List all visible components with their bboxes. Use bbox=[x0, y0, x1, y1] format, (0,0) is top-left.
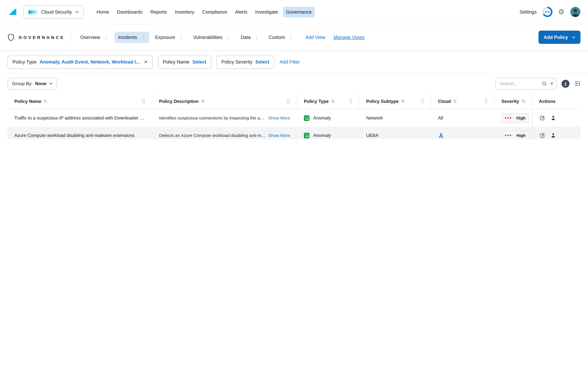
column-drag-handle[interactable] bbox=[421, 99, 424, 104]
show-more-link[interactable]: Show More bbox=[268, 133, 290, 138]
column-header-cloud[interactable]: Cloud bbox=[431, 93, 495, 109]
nav-item-alerts[interactable]: Alerts bbox=[232, 7, 250, 17]
product-switcher-label: Cloud Security bbox=[41, 9, 72, 15]
settings-link[interactable]: Settings bbox=[519, 9, 536, 15]
severity-dots bbox=[505, 117, 514, 119]
azure-logo-icon bbox=[438, 132, 444, 138]
person-icon[interactable] bbox=[550, 115, 556, 121]
group-by-label: Group By: bbox=[12, 81, 33, 86]
column-label: Policy Description bbox=[159, 98, 199, 104]
nav-item-reports[interactable]: Reports bbox=[147, 7, 170, 17]
usage-progress-ring[interactable]: 67% bbox=[542, 7, 552, 17]
filter-chip-policy-name[interactable]: Policy Name Select bbox=[158, 55, 211, 69]
severity-label: High bbox=[516, 133, 526, 138]
edit-icon[interactable] bbox=[539, 115, 545, 121]
tab-label: Vulnerabilities bbox=[193, 35, 222, 40]
user-avatar[interactable] bbox=[570, 7, 580, 17]
sort-icon[interactable] bbox=[453, 99, 457, 103]
product-switcher[interactable]: Cloud Security bbox=[23, 5, 84, 19]
app-logo-icon bbox=[8, 7, 18, 17]
nav-item-compliance[interactable]: Compliance bbox=[199, 7, 230, 17]
kebab-menu-icon[interactable]: ⋮ bbox=[254, 35, 259, 39]
toolbar-right: ✕ bbox=[496, 78, 580, 89]
kebab-menu-icon[interactable]: ⋮ bbox=[226, 35, 231, 39]
severity-badge: High bbox=[501, 131, 529, 139]
table-body: Traffic to a suspicious IP address assoc… bbox=[8, 109, 580, 139]
group-by-select[interactable]: Group By: None bbox=[8, 78, 57, 89]
search-icon[interactable] bbox=[542, 81, 547, 86]
tab-incidents[interactable]: Incidents⋮ bbox=[114, 32, 149, 43]
kebab-menu-icon[interactable]: ⋮ bbox=[141, 35, 145, 39]
severity-dots bbox=[505, 135, 514, 136]
policy-subtype: Network bbox=[366, 115, 383, 121]
governance-tabs: Overview⋮ Incidents⋮ Exposure⋮ Vulnerabi… bbox=[77, 32, 297, 43]
tab-data[interactable]: Data⋮ bbox=[237, 32, 263, 43]
column-header-policy-name[interactable]: Policy Name bbox=[8, 93, 152, 109]
nav-item-home[interactable]: Home bbox=[94, 7, 112, 17]
filter-chip-policy-severity[interactable]: Policy Severity Select bbox=[216, 55, 274, 69]
governance-header: GOVERNANCE Overview⋮ Incidents⋮ Exposure… bbox=[0, 24, 588, 51]
tab-label: Incidents bbox=[118, 35, 137, 40]
sort-icon[interactable] bbox=[44, 99, 47, 103]
governance-title: GOVERNANCE bbox=[8, 34, 65, 41]
search-icons: ✕ bbox=[542, 78, 553, 89]
severity-label: High bbox=[516, 116, 526, 120]
column-settings-icon[interactable] bbox=[574, 81, 580, 86]
tab-exposure[interactable]: Exposure⋮ bbox=[151, 32, 187, 43]
policy-type: Anomaly bbox=[313, 133, 331, 138]
table-row: Azure Compute workload disabling anti-ma… bbox=[8, 127, 580, 139]
column-label: Cloud bbox=[438, 98, 451, 104]
add-filter-link[interactable]: Add Filter bbox=[280, 59, 300, 65]
column-header-policy-type[interactable]: Policy Type bbox=[297, 93, 359, 109]
remove-filter-icon[interactable]: ✕ bbox=[144, 59, 148, 65]
edit-icon[interactable] bbox=[539, 132, 545, 138]
chevron-down-icon bbox=[49, 83, 53, 85]
nav-item-dashboards[interactable]: Dashboards bbox=[114, 7, 145, 17]
download-icon[interactable] bbox=[561, 80, 570, 87]
column-header-severity[interactable]: Severity bbox=[495, 93, 532, 109]
policy-name-link[interactable]: Traffic to a suspicious IP address assoc… bbox=[14, 115, 145, 121]
divider bbox=[71, 32, 71, 42]
policy-description: Detects an Azure Compute workload disabl… bbox=[159, 133, 266, 138]
sort-icon[interactable] bbox=[331, 99, 335, 103]
filter-value: Anomaly, Audit Event, Network, Workload … bbox=[40, 59, 140, 65]
person-icon[interactable] bbox=[550, 132, 556, 138]
show-more-link[interactable]: Show More bbox=[268, 116, 290, 120]
sort-icon[interactable] bbox=[521, 99, 525, 103]
add-policy-button[interactable]: Add Policy bbox=[539, 31, 580, 44]
kebab-menu-icon[interactable]: ⋮ bbox=[289, 35, 294, 39]
manage-views-link[interactable]: Manage Views bbox=[334, 35, 365, 40]
tab-label: Overview bbox=[80, 35, 100, 40]
sort-icon[interactable] bbox=[401, 99, 405, 103]
column-drag-handle[interactable] bbox=[142, 99, 145, 104]
tab-custom[interactable]: Custom⋮ bbox=[265, 32, 297, 43]
view-links: Add View Manage Views bbox=[305, 35, 365, 40]
severity-badge: High bbox=[501, 113, 529, 123]
nav-item-inventory[interactable]: Inventory bbox=[172, 7, 197, 17]
tab-vulnerabilities[interactable]: Vulnerabilities⋮ bbox=[189, 32, 234, 43]
search-box: ✕ bbox=[496, 78, 557, 89]
gear-icon[interactable]: ⚙ bbox=[558, 8, 565, 15]
clear-search-icon[interactable]: ✕ bbox=[550, 81, 554, 86]
tab-label: Custom bbox=[269, 35, 285, 40]
filter-bar: Policy Type Anomaly, Audit Event, Networ… bbox=[0, 51, 588, 74]
filter-chip-policy-type[interactable]: Policy Type Anomaly, Audit Event, Networ… bbox=[8, 55, 152, 69]
policy-type: Anomaly bbox=[313, 115, 331, 121]
kebab-menu-icon[interactable]: ⋮ bbox=[179, 35, 183, 39]
nav-item-investigate[interactable]: Investigate bbox=[252, 7, 281, 17]
add-view-link[interactable]: Add View bbox=[305, 35, 325, 40]
filter-label: Policy Type bbox=[12, 59, 36, 65]
primary-nav: Home Dashboards Reports Inventory Compli… bbox=[94, 7, 315, 17]
column-drag-handle[interactable] bbox=[484, 99, 488, 104]
kebab-menu-icon[interactable]: ⋮ bbox=[104, 35, 108, 39]
column-header-policy-description[interactable]: Policy Description bbox=[152, 93, 297, 109]
shield-icon bbox=[8, 34, 14, 41]
column-drag-handle[interactable] bbox=[349, 99, 352, 104]
column-label: Policy Type bbox=[304, 98, 329, 104]
sort-icon[interactable] bbox=[201, 99, 205, 103]
column-header-policy-subtype[interactable]: Policy Subtype bbox=[359, 93, 431, 109]
policy-name-link[interactable]: Azure Compute workload disabling anti-ma… bbox=[14, 133, 134, 138]
column-drag-handle[interactable] bbox=[287, 99, 290, 104]
tab-overview[interactable]: Overview⋮ bbox=[77, 32, 112, 43]
nav-item-governance[interactable]: Governance bbox=[283, 7, 315, 17]
